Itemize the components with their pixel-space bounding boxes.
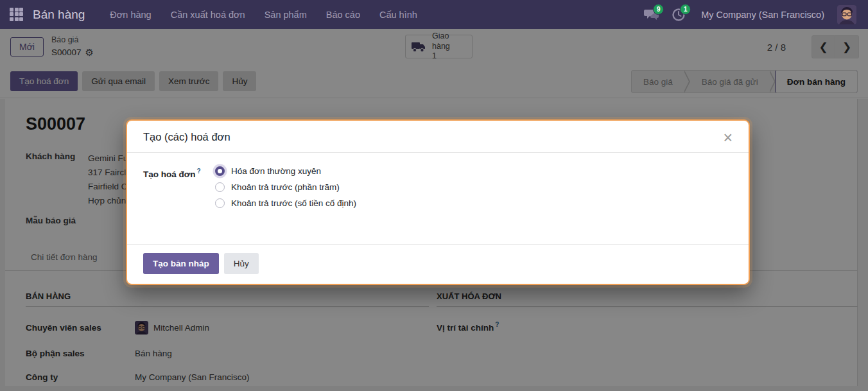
option-regular-invoice[interactable]: Hóa đơn thường xuyên [215,166,356,176]
menu-to-invoice[interactable]: Cần xuất hoá đơn [162,0,254,29]
menu-reporting[interactable]: Báo cáo [318,0,369,29]
invoice-type-radio-group: Hóa đơn thường xuyên Khoản trả trước (ph… [215,166,356,230]
dialog-header: Tạo (các) hoá đơn × [127,121,749,153]
help-icon: ? [197,168,201,175]
messages-badge: 9 [653,4,664,15]
menu-products[interactable]: Sản phẩm [256,0,315,29]
radio-icon[interactable] [215,182,225,192]
option-down-payment-fixed[interactable]: Khoản trả trước (số tiền cố định) [215,198,356,208]
close-icon[interactable]: × [723,132,733,143]
company-switcher[interactable]: My Company (San Francisco) [701,10,824,20]
menu-configuration[interactable]: Cấu hình [371,0,426,29]
dialog-cancel-button[interactable]: Hủy [224,253,259,274]
apps-grid-icon[interactable] [10,8,24,22]
dialog-body: Tạo hoá đơn? Hóa đơn thường xuyên Khoản … [127,153,749,244]
activities-badge: 1 [680,4,691,15]
radio-selected-icon[interactable] [215,166,225,176]
create-invoice-field-label: Tạo hoá đơn? [143,166,215,230]
app-name[interactable]: Bán hàng [33,8,85,22]
menu-orders[interactable]: Đơn hàng [101,0,159,29]
messages-icon[interactable]: 9 [641,4,663,26]
radio-icon[interactable] [215,198,225,208]
systray: 9 1 My Company (San Francisco) [641,4,868,26]
create-draft-button[interactable]: Tạo bản nháp [143,253,219,274]
dialog-footer: Tạo bản nháp Hủy [127,244,749,284]
main-menu: Đơn hàng Cần xuất hoá đơn Sản phẩm Báo c… [101,0,425,29]
activities-icon[interactable]: 1 [668,4,690,26]
create-invoices-dialog: Tạo (các) hoá đơn × Tạo hoá đơn? Hóa đơn… [126,119,750,285]
option-down-payment-percentage[interactable]: Khoản trả trước (phần trăm) [215,182,356,192]
dialog-title: Tạo (các) hoá đơn [143,131,230,143]
user-avatar[interactable] [837,5,856,24]
top-navbar: Bán hàng Đơn hàng Cần xuất hoá đơn Sản p… [0,0,868,29]
